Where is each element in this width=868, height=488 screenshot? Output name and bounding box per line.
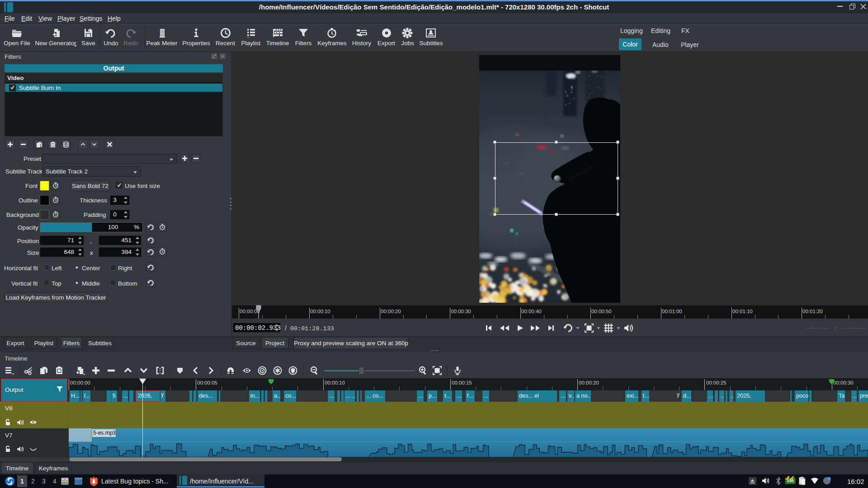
svg-text:!: ! bbox=[828, 477, 829, 480]
